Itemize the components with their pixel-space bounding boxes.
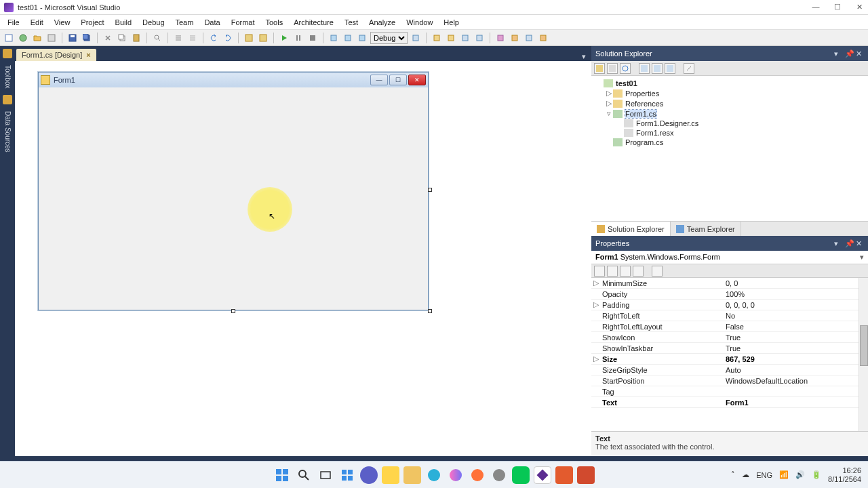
step-into-button[interactable] <box>328 32 340 44</box>
step-out-button[interactable] <box>356 32 368 44</box>
scrollbar-thumb[interactable] <box>860 325 868 366</box>
find-button[interactable] <box>151 32 163 44</box>
property-row[interactable]: StartPositionWindowsDefaultLocation <box>591 375 859 386</box>
taskbar-app-edge[interactable] <box>425 466 443 484</box>
panel-pin-icon[interactable]: 📌 <box>845 239 853 247</box>
menu-window[interactable]: Window <box>401 17 437 28</box>
property-row[interactable]: SizeGripStyleAuto <box>591 365 859 375</box>
resize-handle-southeast[interactable] <box>428 309 432 313</box>
taskbar-app-explorer[interactable] <box>403 466 421 484</box>
paste-button[interactable] <box>130 32 142 44</box>
comment-button[interactable] <box>172 32 184 44</box>
taskbar-app-9[interactable] <box>555 466 573 484</box>
taskbar-app-line[interactable] <box>512 466 530 484</box>
add-item-button[interactable] <box>45 32 58 44</box>
tray-battery-icon[interactable]: 🔋 <box>812 470 821 479</box>
tree-node-program-cs[interactable]: Program.cs <box>595 138 864 147</box>
step-over-button[interactable] <box>342 32 354 44</box>
property-value[interactable]: False <box>723 323 859 331</box>
menu-help[interactable]: Help <box>439 17 464 28</box>
copy-button[interactable] <box>116 32 128 44</box>
prop-events-button[interactable] <box>633 266 644 277</box>
document-tab-close-icon[interactable]: × <box>86 51 90 59</box>
tree-node-form1cs[interactable]: ▿ Form1.cs <box>595 108 864 119</box>
se-view-classdiagram-button[interactable] <box>665 63 675 74</box>
property-row[interactable]: Tag <box>591 386 859 397</box>
nav-forward-button[interactable] <box>257 32 269 44</box>
maximize-button[interactable]: ☐ <box>833 3 842 12</box>
redo-button[interactable] <box>222 32 234 44</box>
tree-node-properties[interactable]: ▷ Properties <box>595 88 864 98</box>
property-expander-icon[interactable]: ▷ <box>591 300 601 309</box>
panel-close-icon[interactable]: ✕ <box>856 239 864 247</box>
property-value[interactable]: True <box>723 344 859 352</box>
property-value[interactable]: 0, 0 <box>723 279 859 287</box>
property-value[interactable]: WindowsDefaultLocation <box>723 377 859 385</box>
resize-handle-south[interactable] <box>231 309 235 313</box>
tb-misc-8[interactable] <box>523 32 535 44</box>
tb-misc-4[interactable] <box>459 32 471 44</box>
pause-button[interactable] <box>292 32 304 44</box>
tree-node-designer-cs[interactable]: Form1.Designer.cs <box>595 119 864 128</box>
property-row[interactable]: ShowIconTrue <box>591 332 859 343</box>
nav-back-button[interactable] <box>243 32 255 44</box>
uncomment-button[interactable] <box>186 32 199 44</box>
property-value[interactable]: Form1 <box>723 399 859 407</box>
open-file-button[interactable] <box>31 32 43 44</box>
data-sources-tab[interactable]: Data Sources <box>3 107 13 157</box>
cut-button[interactable] <box>102 32 114 44</box>
panel-dropdown-icon[interactable]: ▾ <box>834 49 842 58</box>
taskbar-app-teams[interactable] <box>360 466 378 484</box>
menu-file[interactable]: File <box>3 17 24 28</box>
tray-clock[interactable]: 16:26 8/11/2564 <box>828 466 861 483</box>
tree-node-resx[interactable]: Form1.resx <box>595 128 864 138</box>
config-select[interactable]: Debug <box>370 32 408 44</box>
taskbar-app-firefox[interactable] <box>469 466 486 484</box>
tb-misc-7[interactable] <box>509 32 521 44</box>
properties-grid[interactable]: ▷MinimumSize0, 0Opacity100%▷Padding0, 0,… <box>591 278 859 431</box>
property-row[interactable]: ▷Size867, 529 <box>591 354 859 365</box>
taskbar-app-6[interactable] <box>490 466 508 484</box>
property-row[interactable]: TextForm1 <box>591 397 859 408</box>
panel-pin-icon[interactable]: 📌 <box>845 49 853 58</box>
tab-overflow-button[interactable]: ▾ <box>582 52 591 61</box>
prop-categorized-button[interactable] <box>594 266 605 277</box>
tray-language[interactable]: ENG <box>756 471 772 479</box>
tray-wifi-icon[interactable]: 📶 <box>779 470 789 479</box>
task-view-button[interactable] <box>317 466 334 484</box>
property-row[interactable]: RightToLeftNo <box>591 310 859 321</box>
property-value[interactable]: True <box>723 333 859 342</box>
tree-node-project[interactable]: test01 <box>595 79 864 88</box>
forms-designer-surface[interactable]: Form1 — ☐ ✕ ↖ <box>15 61 591 461</box>
properties-header[interactable]: Properties ▾ 📌 ✕ <box>591 236 868 251</box>
tray-chevron-icon[interactable]: ˄ <box>731 470 735 479</box>
panel-close-icon[interactable]: ✕ <box>856 49 864 58</box>
designed-form-window[interactable]: Form1 — ☐ ✕ <box>38 72 429 310</box>
menu-build[interactable]: Build <box>111 17 136 28</box>
tb-misc-3[interactable] <box>445 32 457 44</box>
menu-team[interactable]: Team <box>171 17 199 28</box>
menu-view[interactable]: View <box>50 17 75 28</box>
property-value[interactable]: Auto <box>723 366 859 374</box>
menu-data[interactable]: Data <box>199 17 224 28</box>
tree-node-references[interactable]: ▷ References <box>595 98 864 108</box>
properties-scrollbar[interactable] <box>859 278 868 431</box>
prop-propertypages-button[interactable] <box>652 266 663 277</box>
property-value[interactable]: 867, 529 <box>723 355 859 363</box>
tray-volume-icon[interactable]: 🔊 <box>795 470 805 479</box>
solution-explorer-header[interactable]: Solution Explorer ▾ 📌 ✕ <box>591 46 868 61</box>
undo-button[interactable] <box>208 32 220 44</box>
taskbar-app-messenger[interactable] <box>447 466 465 484</box>
menu-format[interactable]: Format <box>226 17 260 28</box>
properties-object-selector[interactable]: Form1 System.Windows.Forms.Form ▾ <box>591 251 868 264</box>
data-sources-icon[interactable] <box>3 95 12 104</box>
stop-button[interactable] <box>307 32 319 44</box>
new-website-button[interactable] <box>17 32 29 44</box>
start-debug-button[interactable] <box>278 32 290 44</box>
new-project-button[interactable] <box>3 32 15 44</box>
start-button[interactable] <box>273 466 291 484</box>
taskbar-app-10[interactable] <box>577 466 595 484</box>
se-wrench-button[interactable] <box>684 63 694 74</box>
menu-architecture[interactable]: Architecture <box>289 17 338 28</box>
se-properties-button[interactable] <box>594 63 605 74</box>
